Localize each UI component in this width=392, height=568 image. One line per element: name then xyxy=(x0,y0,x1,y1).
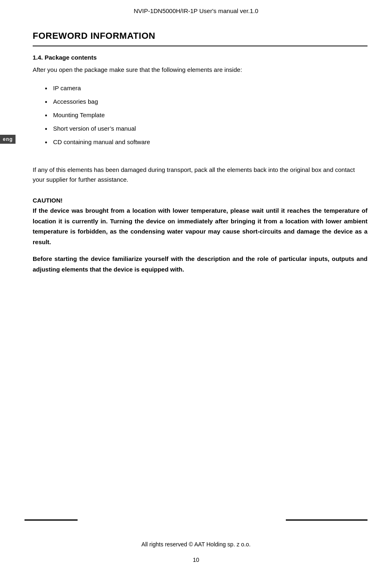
page-number: 10 xyxy=(0,557,392,563)
list-item: Mounting Template xyxy=(45,108,368,122)
language-badge: eng xyxy=(0,135,16,144)
section-heading: 1.4. Package contents xyxy=(33,54,368,61)
before-starting-text: Before starting the device familiarize y… xyxy=(33,254,368,274)
list-item: Short version of user’s manual xyxy=(45,122,368,135)
list-item: CD containing manual and software xyxy=(45,135,368,149)
list-item: IP camera xyxy=(45,81,368,95)
footer-copyright: All rights reserved © AAT Holding sp. z … xyxy=(141,541,250,548)
caution-body-text: If the device was brought from a locatio… xyxy=(33,205,368,247)
foreword-section-title: FOREWORD INFORMATION xyxy=(33,31,368,41)
package-contents-list: IP camera Accessories bag Mounting Templ… xyxy=(45,81,368,149)
list-item: Accessories bag xyxy=(45,95,368,108)
section-divider xyxy=(33,45,368,47)
caution-section: CAUTION! If the device was brought from … xyxy=(33,197,368,274)
footer-line-right xyxy=(286,519,368,521)
caution-label: CAUTION! xyxy=(33,197,368,204)
page-header-title: NVIP-1DN5000H/IR-1P User's manual ver.1.… xyxy=(0,0,392,18)
footer: All rights reserved © AAT Holding sp. z … xyxy=(0,536,392,552)
package-intro-text: After you open the package make sure tha… xyxy=(33,65,368,75)
damaged-transport-text: If any of this elements has been damaged… xyxy=(33,165,368,185)
footer-line-left xyxy=(24,519,78,521)
